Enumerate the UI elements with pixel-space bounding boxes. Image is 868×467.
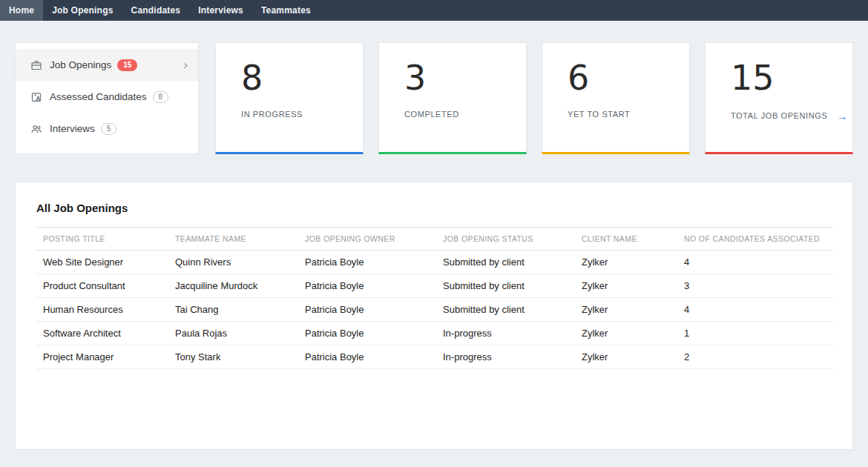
arrow-right-icon[interactable]: → bbox=[836, 110, 848, 122]
nav-tab-interviews[interactable]: Interviews bbox=[189, 0, 252, 21]
job-opening-owner-cell: Patricia Boyle bbox=[298, 298, 436, 322]
table-row[interactable]: Software Architect Paula Rojas Patricia … bbox=[36, 322, 833, 345]
chevron-right-icon[interactable]: › bbox=[183, 59, 188, 71]
stat-card-completed[interactable]: 3 COMPLETED bbox=[378, 42, 527, 154]
job-opening-owner-cell: Patricia Boyle bbox=[298, 274, 436, 298]
posting-title-link[interactable]: Product Consultant bbox=[36, 274, 168, 298]
page-content: Job Openings 15 › Assessed Candidates 8 bbox=[0, 42, 868, 450]
sidebar-item-label: Interviews bbox=[50, 123, 95, 134]
all-job-openings-panel: All Job Openings POSTING TITLE TEAMMATE … bbox=[15, 182, 853, 450]
posting-title-link[interactable]: Software Architect bbox=[36, 322, 168, 345]
teammate-name-link[interactable]: Tony Stark bbox=[168, 345, 298, 369]
stat-label-text: TOTAL JOB OPENINGS bbox=[731, 111, 827, 120]
nav-tab-candidates[interactable]: Candidates bbox=[122, 0, 190, 21]
stat-label-text: YET TO START bbox=[568, 110, 630, 119]
top-navigation-bar: Home Job Openings Candidates Interviews … bbox=[0, 0, 868, 21]
nav-tab-teammates[interactable]: Teammates bbox=[252, 0, 320, 21]
people-icon bbox=[30, 123, 42, 135]
sidebar-item-assessed-candidates[interactable]: Assessed Candidates 8 bbox=[16, 81, 198, 113]
job-opening-status-cell: In-progress bbox=[436, 345, 575, 369]
teammate-name-link[interactable]: Tai Chang bbox=[168, 298, 298, 322]
job-opening-owner-cell: Patricia Boyle bbox=[298, 251, 436, 274]
stat-label: COMPLETED bbox=[404, 110, 526, 119]
nav-tab-home[interactable]: Home bbox=[0, 0, 43, 21]
col-header-job-opening-owner: JOB OPENING OWNER bbox=[298, 228, 436, 251]
job-opening-owner-cell: Patricia Boyle bbox=[298, 345, 436, 369]
sidebar-item-job-openings[interactable]: Job Openings 15 › bbox=[16, 49, 198, 81]
summary-row: Job Openings 15 › Assessed Candidates 8 bbox=[15, 42, 853, 154]
stat-value: 15 bbox=[731, 59, 852, 97]
col-header-client-name: CLIENT NAME bbox=[575, 228, 677, 251]
job-opening-owner-cell: Patricia Boyle bbox=[298, 322, 436, 345]
col-header-candidates-count: NO OF CANDIDATES ASSOCIATED bbox=[677, 228, 833, 251]
table-title: All Job Openings bbox=[36, 202, 832, 214]
table-header-row: POSTING TITLE TEAMMATE NAME JOB OPENING … bbox=[36, 228, 833, 251]
table-body: Web Site Designer Quinn Rivers Patricia … bbox=[36, 251, 833, 369]
stat-card-in-progress[interactable]: 8 IN PROGRESS bbox=[215, 42, 364, 154]
stat-label-text: IN PROGRESS bbox=[241, 110, 303, 119]
id-card-icon bbox=[30, 91, 42, 103]
candidates-count-cell: 4 bbox=[677, 298, 833, 322]
stat-label: IN PROGRESS bbox=[241, 110, 363, 119]
col-header-job-opening-status: JOB OPENING STATUS bbox=[436, 228, 575, 251]
briefcase-icon bbox=[30, 59, 42, 71]
stat-value: 8 bbox=[241, 59, 363, 97]
posting-title-link[interactable]: Project Manager bbox=[36, 345, 168, 369]
candidates-count-cell: 3 bbox=[677, 274, 833, 298]
stat-value: 6 bbox=[568, 59, 689, 97]
stat-cards-row: 8 IN PROGRESS 3 COMPLETED 6 YET TO START… bbox=[215, 42, 853, 154]
teammate-name-link[interactable]: Paula Rojas bbox=[168, 322, 298, 345]
stat-label-text: COMPLETED bbox=[404, 110, 459, 119]
assessed-candidates-count-badge: 8 bbox=[153, 91, 169, 103]
stat-value: 3 bbox=[404, 59, 526, 97]
stat-label: TOTAL JOB OPENINGS → bbox=[731, 110, 852, 122]
job-openings-count-badge: 15 bbox=[117, 59, 137, 71]
job-opening-status-cell: Submitted by client bbox=[436, 274, 575, 298]
job-opening-status-cell: In-progress bbox=[436, 322, 575, 345]
interviews-count-badge: 5 bbox=[101, 123, 117, 135]
teammate-name-link[interactable]: Jacquiline Murdock bbox=[168, 274, 298, 298]
teammate-name-link[interactable]: Quinn Rivers bbox=[168, 251, 298, 274]
client-name-link[interactable]: Zylker bbox=[575, 298, 677, 322]
candidates-count-cell: 2 bbox=[677, 345, 833, 369]
stat-card-total-job-openings[interactable]: 15 TOTAL JOB OPENINGS → bbox=[705, 42, 853, 154]
job-opening-status-cell: Submitted by client bbox=[436, 298, 575, 322]
sidebar-item-interviews[interactable]: Interviews 5 bbox=[16, 113, 198, 145]
sidebar-item-label: Assessed Candidates bbox=[50, 91, 147, 102]
nav-tab-job-openings[interactable]: Job Openings bbox=[43, 0, 122, 21]
candidates-count-cell: 1 bbox=[677, 322, 833, 345]
job-openings-table: POSTING TITLE TEAMMATE NAME JOB OPENING … bbox=[36, 227, 833, 369]
client-name-link[interactable]: Zylker bbox=[575, 322, 677, 345]
client-name-link[interactable]: Zylker bbox=[575, 274, 677, 298]
posting-title-link[interactable]: Web Site Designer bbox=[36, 251, 168, 274]
stat-card-yet-to-start[interactable]: 6 YET TO START bbox=[542, 42, 690, 154]
posting-title-link[interactable]: Human Resources bbox=[36, 298, 168, 322]
table-row[interactable]: Human Resources Tai Chang Patricia Boyle… bbox=[36, 298, 833, 322]
candidates-count-cell: 4 bbox=[677, 251, 833, 274]
stat-label: YET TO START bbox=[568, 110, 689, 119]
table-row[interactable]: Project Manager Tony Stark Patricia Boyl… bbox=[36, 345, 833, 369]
table-row[interactable]: Product Consultant Jacquiline Murdock Pa… bbox=[36, 274, 833, 298]
col-header-posting-title: POSTING TITLE bbox=[36, 228, 168, 251]
table-row[interactable]: Web Site Designer Quinn Rivers Patricia … bbox=[36, 251, 833, 274]
client-name-link[interactable]: Zylker bbox=[575, 345, 677, 369]
client-name-link[interactable]: Zylker bbox=[575, 251, 677, 274]
job-opening-status-cell: Submitted by client bbox=[436, 251, 575, 274]
summary-panel: Job Openings 15 › Assessed Candidates 8 bbox=[15, 42, 199, 154]
sidebar-item-label: Job Openings bbox=[50, 59, 111, 70]
col-header-teammate-name: TEAMMATE NAME bbox=[168, 228, 298, 251]
